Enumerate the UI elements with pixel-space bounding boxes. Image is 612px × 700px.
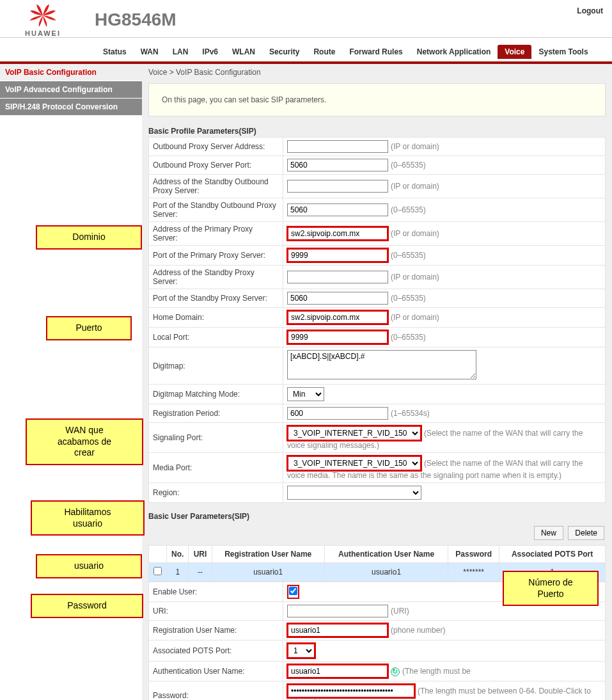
input-standby-addr[interactable]	[287, 271, 388, 283]
input-reg-period[interactable]	[287, 407, 388, 420]
select-sig-port[interactable]: 3_VOIP_INTERNET_R_VID_1503	[287, 426, 421, 441]
input-primary-addr[interactable]	[287, 227, 388, 241]
label-sig-port: Signaling Port:	[149, 423, 283, 453]
input-outbound-port[interactable]	[287, 159, 388, 171]
checkbox-enable-user[interactable]	[289, 587, 297, 595]
nav-route[interactable]: Route	[306, 45, 342, 59]
label-standby-out-addr: Address of the Standby Outbound Proxy Se…	[149, 175, 283, 198]
label-digitmap: Digitmap:	[149, 347, 283, 385]
input-user-uri[interactable]	[287, 605, 388, 617]
label-user-pots: Associated POTS Port:	[149, 640, 283, 662]
cell-uri: --	[189, 563, 212, 582]
annotation-wan: WAN que acabamos de crear	[26, 418, 143, 465]
info-box: On this page, you can set basic SIP para…	[148, 83, 606, 116]
input-home-domain[interactable]	[287, 310, 388, 324]
hint-primary-port: (0–65535)	[391, 251, 426, 260]
label-home-domain: Home Domain:	[149, 308, 283, 328]
input-user-pwd[interactable]	[287, 684, 415, 698]
label-user-pwd: Password:	[149, 681, 283, 701]
header: HUAWEI HG8546M Logout	[0, 0, 612, 38]
sidebar-item[interactable]: VoIP Advanced Configuration	[0, 81, 142, 99]
nav-ipv6[interactable]: IPv6	[195, 45, 225, 59]
nav-network-application[interactable]: Network Application	[410, 45, 498, 59]
annotation-puerto: Puerto	[46, 316, 132, 340]
select-user-pots[interactable]: 1	[287, 643, 315, 658]
hint-primary-addr: (IP or domain)	[391, 229, 439, 238]
label-digitmap-mode: Digitmap Matching Mode:	[149, 385, 283, 404]
nav-security[interactable]: Security	[262, 45, 306, 59]
input-primary-port[interactable]	[287, 248, 388, 262]
brand-logo: HUAWEI	[8, 3, 78, 37]
label-enable: Enable User:	[149, 582, 283, 602]
logout-link[interactable]: Logout	[577, 6, 603, 15]
hint-home-domain: (IP or domain)	[391, 313, 439, 322]
hint-local-port: (0–65535)	[391, 333, 426, 342]
label-outbound-addr: Outbound Proxy Server Address:	[149, 138, 283, 156]
label-user-reg: Registration User Name:	[149, 621, 283, 640]
hint-standby-out-port: (0–65535)	[391, 205, 426, 214]
th-uri: URI	[189, 546, 212, 563]
select-region[interactable]	[287, 486, 421, 500]
label-reg-period: Registration Period:	[149, 404, 283, 423]
refresh-icon[interactable]	[391, 667, 400, 676]
hint-outbound-addr: (IP or domain)	[391, 142, 439, 151]
user-button-row: New Delete	[148, 522, 606, 544]
profile-table: Outbound Proxy Server Address: (IP or do…	[148, 137, 606, 503]
top-nav: StatusWANLANIPv6WLANSecurityRouteForward…	[0, 38, 612, 61]
label-user-uri: URI:	[149, 602, 283, 621]
label-standby-addr: Address of the Standby Proxy Server:	[149, 266, 283, 289]
nav-lan[interactable]: LAN	[166, 45, 196, 59]
hint-standby-addr: (IP or domain)	[391, 273, 439, 282]
label-region: Region:	[149, 483, 283, 503]
label-local-port: Local Port:	[149, 328, 283, 347]
hint-user-uri: (URI)	[391, 607, 409, 616]
label-standby-port: Port of the Standby Proxy Server:	[149, 289, 283, 308]
nav-status[interactable]: Status	[96, 45, 134, 59]
nav-wlan[interactable]: WLAN	[225, 45, 262, 59]
breadcrumb: Voice > VoIP Basic Configuration	[148, 64, 606, 83]
delete-button[interactable]: Delete	[568, 526, 604, 540]
nav-wan[interactable]: WAN	[134, 45, 166, 59]
label-outbound-port: Outbound Proxy Server Port:	[149, 156, 283, 175]
new-button[interactable]: New	[534, 526, 563, 540]
label-user-auth: Authentication User Name:	[149, 662, 283, 681]
sidebar-item[interactable]: SIP/H.248 Protocol Conversion	[0, 99, 142, 116]
brand-text: HUAWEI	[25, 29, 61, 37]
row-checkbox[interactable]	[153, 567, 162, 575]
sidebar-item[interactable]: VoIP Basic Configuration	[0, 64, 142, 81]
hint-user-reg: (phone number)	[391, 626, 445, 635]
section-user-title: Basic User Parameters(SIP)	[148, 512, 606, 521]
th-reg: Registration User Name	[212, 546, 324, 563]
input-standby-out-addr[interactable]	[287, 180, 388, 193]
nav-voice[interactable]: Voice	[498, 45, 531, 59]
cell-no: 1	[167, 563, 189, 582]
cell-pwd: *******	[448, 563, 499, 582]
th-auth: Authentication User Name	[324, 546, 448, 563]
th-no: No.	[167, 546, 189, 563]
input-local-port[interactable]	[287, 330, 388, 344]
select-digitmap-mode[interactable]: Min	[287, 387, 324, 401]
annotation-usuario: usuario	[36, 554, 142, 578]
label-media-port: Media Port:	[149, 453, 283, 483]
nav-system-tools[interactable]: System Tools	[531, 45, 595, 59]
input-user-auth[interactable]	[287, 664, 388, 678]
label-standby-out-port: Port of the Standby Outbound Proxy Serve…	[149, 198, 283, 222]
hint-standby-port: (0–65535)	[391, 294, 426, 303]
model-title: HG8546M	[95, 10, 604, 30]
input-outbound-addr[interactable]	[287, 140, 388, 153]
annotation-password: Password	[31, 594, 143, 618]
label-primary-addr: Address of the Primary Proxy Server:	[149, 222, 283, 246]
th-pwd: Password	[448, 546, 499, 563]
input-digitmap[interactable]	[287, 350, 476, 379]
nav-forward-rules[interactable]: Forward Rules	[342, 45, 409, 59]
hint-outbound-port: (0–65535)	[391, 161, 426, 170]
input-user-reg[interactable]	[287, 623, 388, 637]
input-standby-port[interactable]	[287, 292, 388, 305]
annotation-dominio: Dominio	[36, 225, 142, 250]
th-pots: Associated POTS Port	[499, 546, 606, 563]
select-media-port[interactable]: 3_VOIP_INTERNET_R_VID_1503	[287, 456, 421, 471]
section-profile-title: Basic Profile Parameters(SIP)	[148, 127, 606, 136]
cell-auth: usuario1	[324, 563, 448, 582]
input-standby-out-port[interactable]	[287, 203, 388, 216]
label-primary-port: Port of the Primary Proxy Server:	[149, 246, 283, 266]
